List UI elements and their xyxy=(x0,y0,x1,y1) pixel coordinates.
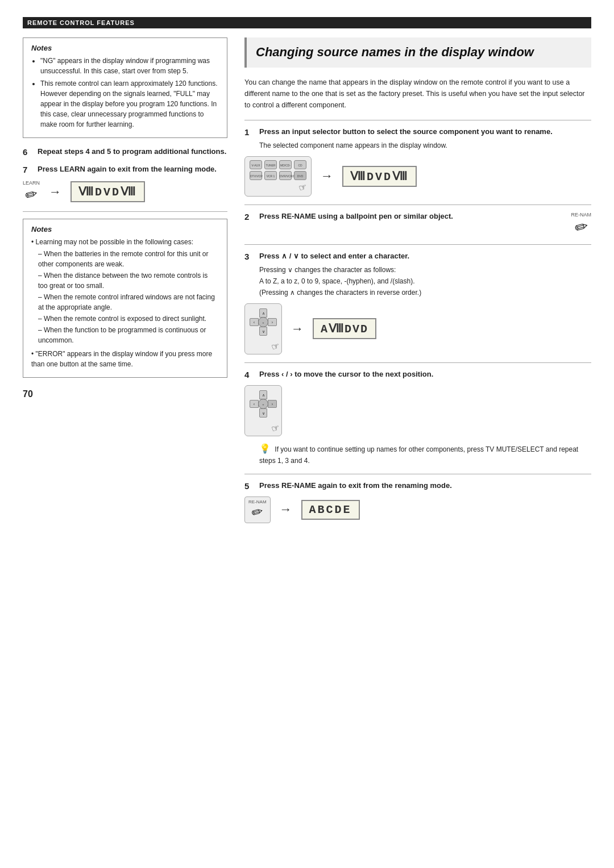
left-column: Notes "NG" appears in the display window… xyxy=(23,37,227,845)
page-number: 70 xyxy=(23,389,227,399)
lcd-display-1: ⅧDVDⅧ xyxy=(342,166,417,187)
step-6-header: 6 Repeat steps 4 and 5 to program additi… xyxy=(23,147,227,157)
step-2-text: Press RE-NAME using a ballpoint pen or s… xyxy=(259,212,453,222)
page-container: REMOTE CONTROL FEATURES Notes "NG" appea… xyxy=(0,0,614,868)
btn-cd: CD xyxy=(294,160,306,169)
remote-buttons-step1: V-AUX TUNER MD/CD-R CD DTV/VCR VCR 1 DVR… xyxy=(244,156,312,197)
lcd-display-dvd-1: ⅧDVDⅧ xyxy=(70,181,145,202)
step-1-text: Press an input selector button to select… xyxy=(259,127,553,137)
learn-pen-icon: LEARN ✏ xyxy=(23,180,40,203)
remote-dpad-step4: ∧ ∨ ‹ › + ☞ xyxy=(244,385,282,436)
step-3-body1: Pressing ∨ changes the character as foll… xyxy=(259,265,591,298)
note-item-2-0: • Learning may not be possible in the fo… xyxy=(31,237,219,247)
note-item: "NG" appears in the display window if pr… xyxy=(40,56,219,76)
btn-dvr-vcr2: DVR/VCR2 xyxy=(279,171,292,180)
remote-dpad-step3: ∧ ∨ ‹ › + ☞ xyxy=(244,303,282,354)
step-3-num: 3 xyxy=(244,252,255,261)
note-item-2-5: – When the function to be programmed is … xyxy=(31,325,219,345)
dpad-right: › xyxy=(268,318,277,326)
step-1-body: The selected component name appears in t… xyxy=(259,140,591,151)
notes-title-1: Notes xyxy=(31,44,219,52)
dpad-control: ∧ ∨ ‹ › + xyxy=(248,307,278,337)
step-5-text: Press RE-NAME again to exit from the ren… xyxy=(259,481,452,491)
arrow-3: → xyxy=(291,322,304,336)
step-3: 3 Press ∧ / ∨ to select and enter a char… xyxy=(244,252,591,354)
step-3-pressing: Pressing ∨ changes the character as foll… xyxy=(259,265,591,275)
step-3-diagram: ∧ ∨ ‹ › + ☞ → AⅧDVD xyxy=(244,303,591,354)
step-1-header: 1 Press an input selector button to sele… xyxy=(244,127,591,137)
pen-icon-rename: ✏ xyxy=(572,216,590,237)
dpad-down-4: ∨ xyxy=(259,408,267,418)
step-1-num: 1 xyxy=(244,127,255,137)
dpad-control-4: ∧ ∨ ‹ › + xyxy=(248,389,278,419)
note-item-2-6: • "ERROR" appears in the display window … xyxy=(31,349,219,369)
notes-box-2: Notes • Learning may not be possible in … xyxy=(23,219,227,378)
step-7: 7 Press LEARN again to exit from the lea… xyxy=(23,165,227,203)
step-6-text: Repeat steps 4 and 5 to program addition… xyxy=(38,147,226,157)
note-item-2-2: – When the distance between the two remo… xyxy=(31,270,219,291)
rename-label: RE-NAM xyxy=(571,212,592,218)
step-7-header: 7 Press LEARN again to exit from the lea… xyxy=(23,165,227,174)
header-label: REMOTE CONTROL FEATURES xyxy=(27,19,135,26)
dpad-down: ∨ xyxy=(259,327,267,336)
step-1-diagram: V-AUX TUNER MD/CD-R CD DTV/VCR VCR 1 DVR… xyxy=(244,156,591,197)
step-6-num: 6 xyxy=(23,147,33,157)
arrow-1: → xyxy=(49,185,61,199)
step-5-num: 5 xyxy=(244,481,255,491)
step-2-content: 2 Press RE-NAME using a ballpoint pen or… xyxy=(244,212,562,225)
dpad-center-4: + xyxy=(258,399,268,409)
step-4-num: 4 xyxy=(244,370,255,379)
rename-icon-step5: RE-NAM ✏ xyxy=(244,496,271,523)
rename-label-5: RE-NAM xyxy=(248,499,267,504)
lightbulb-icon: 💡 xyxy=(259,444,271,453)
rename-pen-icon: RE-NAM ✏ xyxy=(571,212,592,236)
step-4-subnote: 💡 If you want to continue setting up nam… xyxy=(259,442,591,466)
step-2-num: 2 xyxy=(244,212,255,222)
notes-box-1: Notes "NG" appears in the display window… xyxy=(23,37,227,138)
dpad-up: ∧ xyxy=(259,308,267,318)
two-col-layout: Notes "NG" appears in the display window… xyxy=(23,37,591,845)
notes-title-2: Notes xyxy=(31,225,219,233)
btn-v-aux: V-AUX xyxy=(250,160,262,169)
notes-list-1: "NG" appears in the display window if pr… xyxy=(31,56,219,130)
note-item-2-3: – When the remote control infrared windo… xyxy=(31,292,219,312)
arrow-5: → xyxy=(280,502,292,517)
dpad-center: + xyxy=(258,317,268,327)
step-4-diagram: ∧ ∨ ‹ › + ☞ xyxy=(244,385,591,436)
btn-md-cd-r: MD/CD-R xyxy=(279,160,292,169)
step-3-header: 3 Press ∧ / ∨ to select and enter a char… xyxy=(244,252,591,261)
step-5-header: 5 Press RE-NAME again to exit from the r… xyxy=(244,481,591,491)
dpad-left: ‹ xyxy=(250,318,259,326)
section-title-box: Changing source names in the display win… xyxy=(244,37,591,68)
btn-tuner: TUNER xyxy=(264,160,277,169)
step-4-header: 4 Press ‹ / › to move the cursor to the … xyxy=(244,370,591,379)
step-7-text: Press LEARN again to exit from the learn… xyxy=(38,165,217,174)
step-6: 6 Repeat steps 4 and 5 to program additi… xyxy=(23,147,227,157)
step-4-text: Press ‹ / › to move the cursor to the ne… xyxy=(259,370,433,379)
step-3-text: Press ∧ / ∨ to select and enter a charac… xyxy=(259,252,409,261)
note-item-2-4: – When the remote control is exposed to … xyxy=(31,314,219,324)
note-item-2-1: – When the batteries in the remote contr… xyxy=(31,249,219,269)
step-5: 5 Press RE-NAME again to exit from the r… xyxy=(244,481,591,523)
right-column: Changing source names in the display win… xyxy=(244,37,591,845)
step-3-reverse: (Pressing ∧ changes the characters in re… xyxy=(259,287,591,298)
hand-cursor-3: ☞ xyxy=(270,340,280,352)
arrow-2: → xyxy=(321,169,333,183)
step-3-chars: A to Z, a to z, 0 to 9, space, -(hyphen)… xyxy=(259,276,591,286)
btn-dtv-vcr: DTV/VCR xyxy=(250,171,262,180)
lcd-display-5: ABCDE xyxy=(301,500,360,520)
btn-dvd: DVD xyxy=(294,171,306,180)
step-2-header: 2 Press RE-NAME using a ballpoint pen or… xyxy=(244,212,562,222)
notes-list-2: • Learning may not be possible in the fo… xyxy=(31,237,219,369)
btn-vcr1: VCR 1 xyxy=(264,171,277,180)
dpad-up-4: ∧ xyxy=(259,390,267,399)
pen-icon-5: ✏ xyxy=(250,503,265,521)
remote-row-bottom: DTV/VCR VCR 1 DVR/VCR2 DVD xyxy=(250,171,306,180)
remote-row-top: V-AUX TUNER MD/CD-R CD xyxy=(250,160,306,169)
pen-icon-learn: ✏ xyxy=(23,185,39,205)
section-title: Changing source names in the display win… xyxy=(256,44,582,61)
step-2: 2 Press RE-NAME using a ballpoint pen or… xyxy=(244,212,591,236)
step-4: 4 Press ‹ / › to move the cursor to the … xyxy=(244,370,591,466)
lcd-display-3: AⅧDVD xyxy=(313,318,376,339)
hand-cursor-4: ☞ xyxy=(270,422,280,434)
